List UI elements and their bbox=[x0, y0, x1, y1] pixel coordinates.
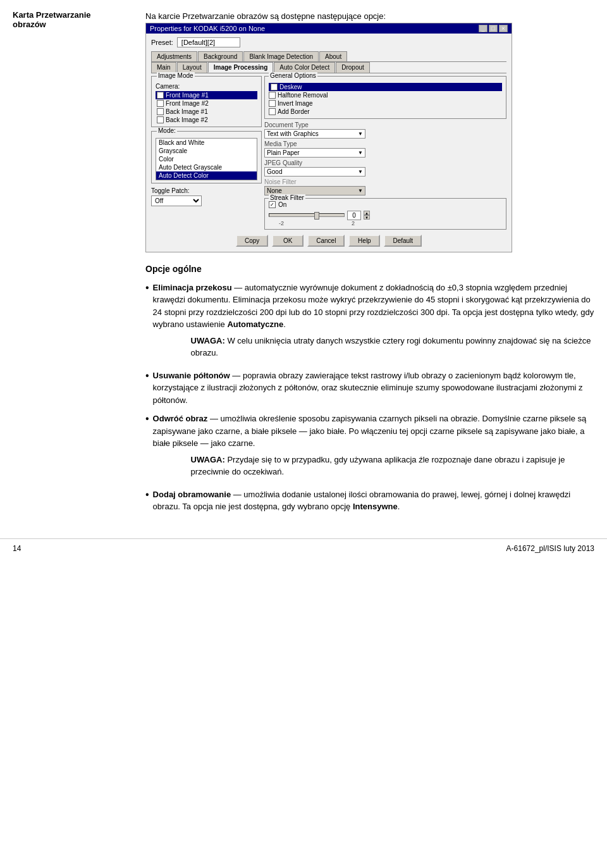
checkbox-invert[interactable] bbox=[269, 100, 276, 107]
left-column: Karta Przetwarzanie obrazów bbox=[13, 10, 139, 519]
note-label-1: UWAGA: bbox=[191, 336, 225, 345]
minimize-button[interactable]: _ bbox=[479, 25, 487, 32]
option-border[interactable]: Add Border bbox=[269, 108, 502, 116]
option-invert[interactable]: Invert Image bbox=[269, 99, 502, 108]
checkbox-back1[interactable] bbox=[157, 108, 164, 115]
bullet-list: • Eliminacja przekosu — automatycznie wy… bbox=[145, 282, 594, 513]
left-heading: Karta Przetwarzanie obrazów bbox=[13, 10, 133, 29]
tabs-row2: Main Layout Image Processing Auto Color … bbox=[151, 62, 506, 73]
preset-value[interactable]: [Default][2] bbox=[177, 37, 240, 47]
image-item-back2[interactable]: Back Image #2 bbox=[156, 116, 257, 124]
media-type-dropdown[interactable]: Plain Paper ▼ bbox=[264, 148, 365, 158]
option-deskew[interactable]: Deskew bbox=[269, 83, 502, 91]
heading-line1: Karta Przetwarzanie bbox=[13, 10, 91, 20]
streak-on-label: On bbox=[278, 201, 286, 208]
checkbox-back2[interactable] bbox=[157, 116, 164, 123]
dialog-body: Preset: [Default][2] Adjustments Backgro… bbox=[146, 34, 512, 252]
label-front1: Front Image #1 bbox=[166, 92, 209, 99]
note-deskew: UWAGA: W celu uniknięcia utraty danych w… bbox=[191, 335, 594, 359]
jpeg-quality-label: JPEG Quality bbox=[264, 159, 506, 166]
tab-about[interactable]: About bbox=[319, 51, 347, 61]
dialog-screenshot: Properties for KODAK i5200 on None _ □ ×… bbox=[145, 23, 512, 252]
bullet-border: • Dodaj obramowanie — umożliwia dodanie … bbox=[145, 488, 594, 513]
maximize-button[interactable]: □ bbox=[489, 25, 498, 32]
help-button[interactable]: Help bbox=[348, 235, 380, 247]
slider-min-label: -2 bbox=[279, 220, 284, 226]
ok-button[interactable]: OK bbox=[272, 235, 304, 247]
jpeg-quality-value: Good bbox=[267, 168, 282, 175]
checkbox-streak-on[interactable] bbox=[269, 201, 276, 208]
checkbox-border[interactable] bbox=[269, 108, 276, 115]
bold-intensywne: Intensywne bbox=[353, 502, 398, 511]
preset-row: Preset: [Default][2] bbox=[151, 37, 506, 47]
slider-labels: -2 2 bbox=[279, 220, 355, 226]
bullet-text-halftone: Usuwanie półtonów — poprawia obrazy zawi… bbox=[153, 369, 594, 407]
checkbox-halftone[interactable] bbox=[269, 92, 276, 99]
page-footer: 14 A-61672_pl/ISIS luty 2013 bbox=[0, 538, 607, 558]
general-options-group: General Options Deskew Halftone Removal bbox=[264, 76, 506, 119]
spin-buttons: ▲ ▼ bbox=[364, 211, 370, 220]
slider-max-label: 2 bbox=[352, 220, 355, 226]
bold-halftone: Usuwanie półtonów bbox=[153, 371, 230, 380]
mode-auto-color[interactable]: Auto Detect Color bbox=[156, 171, 257, 180]
checkbox-front1[interactable] bbox=[157, 92, 164, 99]
bullet-deskew: • Eliminacja przekosu — automatycznie wy… bbox=[145, 282, 594, 363]
dialog-titlebar: Properties for KODAK i5200 on None _ □ × bbox=[146, 23, 512, 34]
media-type-arrow-icon: ▼ bbox=[358, 150, 363, 156]
cancel-button[interactable]: Cancel bbox=[307, 235, 345, 247]
media-type-group: Media Type Plain Paper ▼ bbox=[264, 140, 506, 158]
mode-grayscale[interactable]: Grayscale bbox=[156, 147, 257, 155]
checkbox-front2[interactable] bbox=[157, 100, 164, 107]
label-back1: Back Image #1 bbox=[166, 108, 208, 115]
jpeg-quality-arrow-icon: ▼ bbox=[358, 169, 363, 175]
tab-main[interactable]: Main bbox=[151, 62, 176, 73]
option-halftone[interactable]: Halftone Removal bbox=[269, 91, 502, 99]
bullet-dot-3: • bbox=[145, 412, 149, 426]
right-column: Na karcie Przetwarzanie obrazów są dostę… bbox=[145, 10, 594, 519]
image-item-front1[interactable]: Front Image #1 bbox=[156, 91, 257, 99]
left-panel: Image Mode Camera: Front Image #1 bbox=[151, 76, 262, 230]
spin-down-button[interactable]: ▼ bbox=[364, 215, 370, 220]
image-item-back1[interactable]: Back Image #1 bbox=[156, 108, 257, 116]
titlebar-buttons: _ □ × bbox=[479, 25, 508, 32]
streak-on-row: On bbox=[269, 201, 502, 208]
noise-filter-group: Noise Filter None ▼ bbox=[264, 178, 506, 195]
section-heading: Opcje ogólne bbox=[145, 264, 594, 274]
tab-adjustments[interactable]: Adjustments bbox=[151, 51, 197, 61]
default-button[interactable]: Default bbox=[384, 235, 422, 247]
streak-value-box[interactable]: 0 bbox=[347, 211, 361, 220]
doc-type-dropdown[interactable]: Text with Graphics ▼ bbox=[264, 129, 365, 139]
tab-image-processing[interactable]: Image Processing bbox=[208, 62, 274, 73]
top-section: Karta Przetwarzanie obrazów Na karcie Pr… bbox=[0, 0, 607, 526]
bold-border: Dodaj obramowanie bbox=[153, 490, 231, 499]
doc-type-arrow-icon: ▼ bbox=[358, 131, 363, 137]
footer-page-number: 14 bbox=[13, 544, 21, 553]
spin-up-button[interactable]: ▲ bbox=[364, 211, 370, 215]
checkbox-deskew[interactable] bbox=[271, 84, 278, 90]
bullet-text-deskew: Eliminacja przekosu — automatycznie wyró… bbox=[153, 282, 594, 363]
slider-thumb[interactable] bbox=[314, 212, 319, 220]
doc-type-label: Document Type bbox=[264, 121, 506, 128]
tab-auto-color-detect[interactable]: Auto Color Detect bbox=[274, 62, 335, 73]
mode-bw[interactable]: Black and White bbox=[156, 139, 257, 147]
label-invert: Invert Image bbox=[278, 100, 313, 107]
label-deskew: Deskew bbox=[279, 84, 302, 90]
toggle-patch-select[interactable]: Off bbox=[151, 195, 202, 206]
tab-background[interactable]: Background bbox=[198, 51, 243, 61]
streak-slider[interactable] bbox=[269, 213, 345, 217]
image-item-front2[interactable]: Front Image #2 bbox=[156, 99, 257, 108]
jpeg-quality-dropdown[interactable]: Good ▼ bbox=[264, 167, 365, 177]
label-halftone: Halftone Removal bbox=[278, 92, 328, 99]
mode-auto-grayscale[interactable]: Auto Detect Grayscale bbox=[156, 163, 257, 171]
bullet-text-invert: Odwróć obraz — umożliwia określenie spos… bbox=[153, 412, 594, 482]
tab-blank-image-detection[interactable]: Blank Image Detection bbox=[243, 51, 319, 61]
page: Karta Przetwarzanie obrazów Na karcie Pr… bbox=[0, 0, 607, 868]
tab-layout[interactable]: Layout bbox=[177, 62, 207, 73]
general-options-title: General Options bbox=[269, 72, 317, 79]
footer-doc-info: A-61672_pl/ISIS luty 2013 bbox=[506, 544, 594, 553]
mode-list: Black and White Grayscale Color Auto Det… bbox=[156, 138, 257, 180]
copy-button[interactable]: Copy bbox=[236, 235, 268, 247]
mode-color[interactable]: Color bbox=[156, 155, 257, 163]
tab-dropout[interactable]: Dropout bbox=[336, 62, 370, 73]
close-button[interactable]: × bbox=[499, 25, 508, 32]
